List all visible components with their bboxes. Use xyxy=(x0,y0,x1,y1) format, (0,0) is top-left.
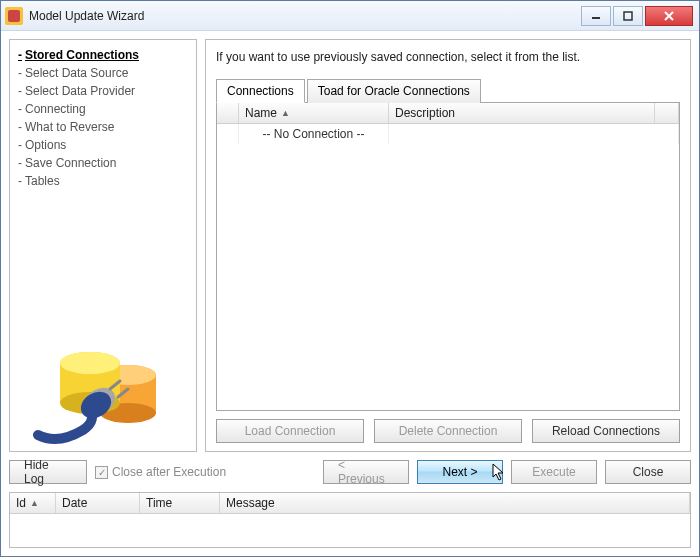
cursor-icon xyxy=(492,463,508,483)
column-label: Description xyxy=(395,106,455,120)
hide-log-button[interactable]: Hide Log xyxy=(9,460,87,484)
button-label: Delete Connection xyxy=(399,424,498,438)
column-label: Time xyxy=(146,496,172,510)
table-row[interactable]: -- No Connection -- xyxy=(217,124,679,144)
connection-buttons: Load Connection Delete Connection Reload… xyxy=(216,419,680,443)
column-tail xyxy=(655,103,679,123)
sort-asc-icon: ▲ xyxy=(281,108,290,118)
log-column-date[interactable]: Date xyxy=(56,493,140,513)
sort-asc-icon: ▲ xyxy=(30,498,39,508)
steps-list: -Stored Connections -Select Data Source … xyxy=(18,46,188,190)
button-label: Execute xyxy=(532,465,575,479)
step-label: Select Data Source xyxy=(25,66,128,80)
cell-description xyxy=(389,124,679,144)
content: -Stored Connections -Select Data Source … xyxy=(1,31,699,556)
connections-grid: Name ▲ Description -- No Connection -- xyxy=(216,102,680,411)
nav-buttons: < Previous Next > Execute Close xyxy=(323,460,691,484)
window-title: Model Update Wizard xyxy=(29,9,581,23)
step-select-data-source[interactable]: -Select Data Source xyxy=(18,64,188,82)
step-label: What to Reverse xyxy=(25,120,114,134)
checkbox-label: Close after Execution xyxy=(112,465,226,479)
button-label: Next > xyxy=(442,465,477,479)
svg-point-11 xyxy=(60,352,120,374)
step-connecting[interactable]: -Connecting xyxy=(18,100,188,118)
column-label: Message xyxy=(226,496,275,510)
top-pane: -Stored Connections -Select Data Source … xyxy=(9,39,691,452)
log-column-id[interactable]: Id ▲ xyxy=(10,493,56,513)
step-label: Stored Connections xyxy=(25,48,139,62)
column-label: Name xyxy=(245,106,277,120)
column-label: Date xyxy=(62,496,87,510)
reload-connections-button[interactable]: Reload Connections xyxy=(532,419,680,443)
cell-name: -- No Connection -- xyxy=(239,124,389,144)
step-label: Connecting xyxy=(25,102,86,116)
button-label: Load Connection xyxy=(245,424,336,438)
column-label: Id xyxy=(16,496,26,510)
steps-sidebar: -Stored Connections -Select Data Source … xyxy=(9,39,197,452)
step-tables[interactable]: -Tables xyxy=(18,172,188,190)
step-what-to-reverse[interactable]: -What to Reverse xyxy=(18,118,188,136)
sidebar-illustration xyxy=(10,335,196,445)
button-label: Reload Connections xyxy=(552,424,660,438)
close-after-execution-checkbox[interactable]: ✓ Close after Execution xyxy=(95,465,226,479)
log-panel: Id ▲ Date Time Message xyxy=(9,492,691,548)
load-connection-button[interactable]: Load Connection xyxy=(216,419,364,443)
log-column-time[interactable]: Time xyxy=(140,493,220,513)
column-name[interactable]: Name ▲ xyxy=(239,103,389,123)
delete-connection-button[interactable]: Delete Connection xyxy=(374,419,522,443)
step-save-connection[interactable]: -Save Connection xyxy=(18,154,188,172)
titlebar: Model Update Wizard xyxy=(1,1,699,31)
step-stored-connections[interactable]: -Stored Connections xyxy=(18,46,188,64)
instruction-text: If you want to use previously saved conn… xyxy=(216,50,680,64)
main-panel: If you want to use previously saved conn… xyxy=(205,39,691,452)
minimize-icon[interactable] xyxy=(581,6,611,26)
step-label: Options xyxy=(25,138,66,152)
app-icon xyxy=(5,7,23,25)
database-plug-icon xyxy=(28,335,178,445)
tab-toad-oracle[interactable]: Toad for Oracle Connections xyxy=(307,79,481,103)
next-button[interactable]: Next > xyxy=(417,460,503,484)
column-description[interactable]: Description xyxy=(389,103,655,123)
previous-button[interactable]: < Previous xyxy=(323,460,409,484)
step-select-data-provider[interactable]: -Select Data Provider xyxy=(18,82,188,100)
column-expand[interactable] xyxy=(217,103,239,123)
maximize-icon[interactable] xyxy=(613,6,643,26)
grid-body[interactable]: -- No Connection -- xyxy=(217,124,679,410)
button-label: Close xyxy=(633,465,664,479)
log-column-message[interactable]: Message xyxy=(220,493,690,513)
step-label: Save Connection xyxy=(25,156,116,170)
window-controls xyxy=(581,6,693,26)
log-header: Id ▲ Date Time Message xyxy=(10,493,690,514)
execute-button[interactable]: Execute xyxy=(511,460,597,484)
wizard-window: Model Update Wizard -Stored Connections … xyxy=(0,0,700,557)
grid-header: Name ▲ Description xyxy=(217,103,679,124)
button-label: Hide Log xyxy=(24,458,72,486)
step-label: Select Data Provider xyxy=(25,84,135,98)
button-label: < Previous xyxy=(338,458,394,486)
step-label: Tables xyxy=(25,174,60,188)
tab-connections[interactable]: Connections xyxy=(216,79,305,103)
tab-label: Toad for Oracle Connections xyxy=(318,84,470,98)
step-options[interactable]: -Options xyxy=(18,136,188,154)
footer-bar: Hide Log ✓ Close after Execution < Previ… xyxy=(9,460,691,484)
tabs: Connections Toad for Oracle Connections xyxy=(216,78,680,102)
close-button[interactable]: Close xyxy=(605,460,691,484)
svg-rect-1 xyxy=(624,12,632,20)
tab-label: Connections xyxy=(227,84,294,98)
checkbox-icon: ✓ xyxy=(95,466,108,479)
close-icon[interactable] xyxy=(645,6,693,26)
log-body[interactable] xyxy=(10,514,690,547)
row-expand[interactable] xyxy=(217,124,239,144)
